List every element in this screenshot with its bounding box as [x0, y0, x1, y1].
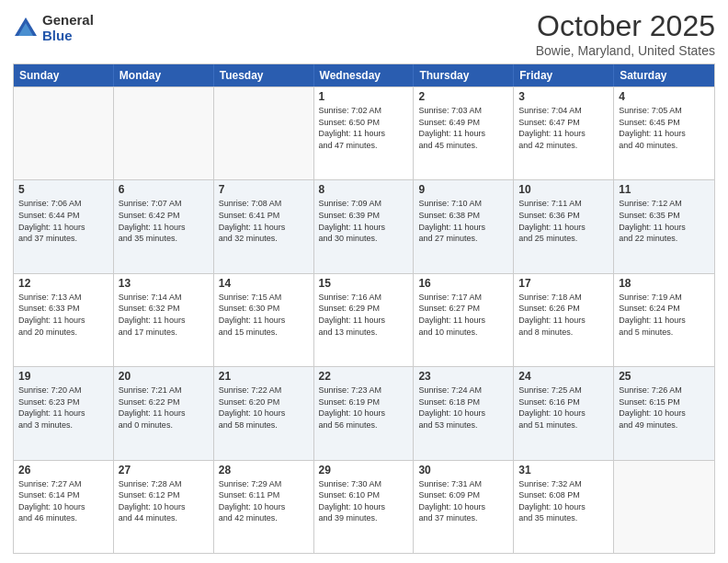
- cell-info: Sunrise: 7:26 AMSunset: 6:15 PMDaylight:…: [619, 385, 710, 431]
- day-cell-19: 19Sunrise: 7:20 AMSunset: 6:23 PMDayligh…: [14, 367, 114, 459]
- day-number: 28: [219, 464, 309, 477]
- header-day-friday: Friday: [514, 64, 614, 86]
- cell-info: Sunrise: 7:30 AMSunset: 6:10 PMDaylight:…: [319, 478, 409, 524]
- day-number: 6: [119, 183, 209, 196]
- day-cell-5: 5Sunrise: 7:06 AMSunset: 6:44 PMDaylight…: [14, 180, 114, 272]
- cell-info: Sunrise: 7:13 AMSunset: 6:33 PMDaylight:…: [18, 292, 108, 338]
- day-cell-31: 31Sunrise: 7:32 AMSunset: 6:08 PMDayligh…: [514, 461, 614, 553]
- day-number: 17: [518, 277, 609, 290]
- day-cell-1: 1Sunrise: 7:02 AMSunset: 6:50 PMDaylight…: [314, 87, 415, 179]
- cell-info: Sunrise: 7:14 AMSunset: 6:32 PMDaylight:…: [119, 292, 209, 338]
- day-number: 5: [18, 183, 108, 196]
- day-number: 14: [219, 277, 309, 290]
- header-day-thursday: Thursday: [414, 64, 514, 86]
- day-number: 21: [219, 370, 309, 383]
- cell-info: Sunrise: 7:28 AMSunset: 6:12 PMDaylight:…: [119, 478, 209, 524]
- calendar-row-3: 19Sunrise: 7:20 AMSunset: 6:23 PMDayligh…: [14, 366, 714, 459]
- day-number: 15: [319, 277, 409, 290]
- day-cell-23: 23Sunrise: 7:24 AMSunset: 6:18 PMDayligh…: [414, 367, 514, 459]
- day-number: 20: [119, 370, 209, 383]
- header-day-tuesday: Tuesday: [214, 64, 314, 86]
- cell-info: Sunrise: 7:32 AMSunset: 6:08 PMDaylight:…: [518, 478, 609, 524]
- day-cell-17: 17Sunrise: 7:18 AMSunset: 6:26 PMDayligh…: [514, 274, 614, 366]
- cell-info: Sunrise: 7:11 AMSunset: 6:36 PMDaylight:…: [518, 198, 609, 244]
- day-cell-25: 25Sunrise: 7:26 AMSunset: 6:15 PMDayligh…: [614, 367, 714, 459]
- day-number: 1: [319, 90, 409, 103]
- day-cell-10: 10Sunrise: 7:11 AMSunset: 6:36 PMDayligh…: [514, 180, 614, 272]
- day-number: 9: [418, 183, 508, 196]
- day-number: 12: [18, 277, 108, 290]
- calendar-body: 1Sunrise: 7:02 AMSunset: 6:50 PMDaylight…: [14, 86, 714, 553]
- day-number: 18: [619, 277, 710, 290]
- day-number: 31: [518, 464, 609, 477]
- cell-info: Sunrise: 7:12 AMSunset: 6:35 PMDaylight:…: [619, 198, 710, 244]
- day-cell-21: 21Sunrise: 7:22 AMSunset: 6:20 PMDayligh…: [214, 367, 314, 459]
- day-cell-28: 28Sunrise: 7:29 AMSunset: 6:11 PMDayligh…: [214, 461, 314, 553]
- day-number: 13: [119, 277, 209, 290]
- cell-info: Sunrise: 7:25 AMSunset: 6:16 PMDaylight:…: [518, 385, 609, 431]
- day-cell-9: 9Sunrise: 7:10 AMSunset: 6:38 PMDaylight…: [414, 180, 514, 272]
- cell-info: Sunrise: 7:23 AMSunset: 6:19 PMDaylight:…: [319, 385, 409, 431]
- day-number: 19: [18, 370, 108, 383]
- location: Bowie, Maryland, United States: [536, 43, 715, 58]
- logo-icon: [13, 16, 39, 41]
- day-number: 4: [619, 90, 710, 103]
- day-cell-12: 12Sunrise: 7:13 AMSunset: 6:33 PMDayligh…: [14, 274, 114, 366]
- calendar: SundayMondayTuesdayWednesdayThursdayFrid…: [13, 63, 715, 554]
- title-area: October 2025 Bowie, Maryland, United Sta…: [536, 9, 715, 58]
- day-number: 26: [18, 464, 108, 477]
- cell-info: Sunrise: 7:16 AMSunset: 6:29 PMDaylight:…: [319, 292, 409, 338]
- calendar-row-2: 12Sunrise: 7:13 AMSunset: 6:33 PMDayligh…: [14, 273, 714, 366]
- day-number: 24: [518, 370, 609, 383]
- cell-info: Sunrise: 7:09 AMSunset: 6:39 PMDaylight:…: [319, 198, 409, 244]
- day-cell-29: 29Sunrise: 7:30 AMSunset: 6:10 PMDayligh…: [314, 461, 415, 553]
- cell-info: Sunrise: 7:22 AMSunset: 6:20 PMDaylight:…: [219, 385, 309, 431]
- day-number: 2: [418, 90, 508, 103]
- cell-info: Sunrise: 7:02 AMSunset: 6:50 PMDaylight:…: [319, 105, 409, 151]
- header: General Blue October 2025 Bowie, Marylan…: [13, 9, 715, 58]
- cell-info: Sunrise: 7:15 AMSunset: 6:30 PMDaylight:…: [219, 292, 309, 338]
- cell-info: Sunrise: 7:18 AMSunset: 6:26 PMDaylight:…: [518, 292, 609, 338]
- empty-cell-4-6: [614, 461, 714, 553]
- cell-info: Sunrise: 7:03 AMSunset: 6:49 PMDaylight:…: [418, 105, 508, 151]
- cell-info: Sunrise: 7:21 AMSunset: 6:22 PMDaylight:…: [119, 385, 209, 431]
- day-number: 7: [219, 183, 309, 196]
- header-day-wednesday: Wednesday: [314, 64, 415, 86]
- day-cell-14: 14Sunrise: 7:15 AMSunset: 6:30 PMDayligh…: [214, 274, 314, 366]
- day-number: 30: [418, 464, 508, 477]
- logo-text: General Blue: [42, 13, 94, 43]
- calendar-row-0: 1Sunrise: 7:02 AMSunset: 6:50 PMDaylight…: [14, 86, 714, 179]
- header-day-monday: Monday: [114, 64, 214, 86]
- day-cell-8: 8Sunrise: 7:09 AMSunset: 6:39 PMDaylight…: [314, 180, 415, 272]
- day-number: 25: [619, 370, 710, 383]
- month-title: October 2025: [536, 9, 715, 43]
- day-cell-24: 24Sunrise: 7:25 AMSunset: 6:16 PMDayligh…: [514, 367, 614, 459]
- cell-info: Sunrise: 7:29 AMSunset: 6:11 PMDaylight:…: [219, 478, 309, 524]
- day-number: 8: [319, 183, 409, 196]
- page: General Blue October 2025 Bowie, Marylan…: [0, 0, 728, 563]
- day-cell-18: 18Sunrise: 7:19 AMSunset: 6:24 PMDayligh…: [614, 274, 714, 366]
- cell-info: Sunrise: 7:17 AMSunset: 6:27 PMDaylight:…: [418, 292, 508, 338]
- calendar-header: SundayMondayTuesdayWednesdayThursdayFrid…: [14, 64, 714, 86]
- cell-info: Sunrise: 7:31 AMSunset: 6:09 PMDaylight:…: [418, 478, 508, 524]
- cell-info: Sunrise: 7:04 AMSunset: 6:47 PMDaylight:…: [518, 105, 609, 151]
- empty-cell-0-0: [14, 87, 114, 179]
- logo-blue: Blue: [42, 29, 94, 44]
- cell-info: Sunrise: 7:27 AMSunset: 6:14 PMDaylight:…: [18, 478, 108, 524]
- day-cell-16: 16Sunrise: 7:17 AMSunset: 6:27 PMDayligh…: [414, 274, 514, 366]
- day-cell-2: 2Sunrise: 7:03 AMSunset: 6:49 PMDaylight…: [414, 87, 514, 179]
- day-cell-15: 15Sunrise: 7:16 AMSunset: 6:29 PMDayligh…: [314, 274, 415, 366]
- day-cell-7: 7Sunrise: 7:08 AMSunset: 6:41 PMDaylight…: [214, 180, 314, 272]
- day-cell-11: 11Sunrise: 7:12 AMSunset: 6:35 PMDayligh…: [614, 180, 714, 272]
- cell-info: Sunrise: 7:24 AMSunset: 6:18 PMDaylight:…: [418, 385, 508, 431]
- day-number: 16: [418, 277, 508, 290]
- header-day-sunday: Sunday: [14, 64, 114, 86]
- cell-info: Sunrise: 7:05 AMSunset: 6:45 PMDaylight:…: [619, 105, 710, 151]
- day-number: 11: [619, 183, 710, 196]
- logo-general: General: [42, 13, 94, 29]
- cell-info: Sunrise: 7:10 AMSunset: 6:38 PMDaylight:…: [418, 198, 508, 244]
- cell-info: Sunrise: 7:19 AMSunset: 6:24 PMDaylight:…: [619, 292, 710, 338]
- day-number: 27: [119, 464, 209, 477]
- cell-info: Sunrise: 7:08 AMSunset: 6:41 PMDaylight:…: [219, 198, 309, 244]
- day-number: 22: [319, 370, 409, 383]
